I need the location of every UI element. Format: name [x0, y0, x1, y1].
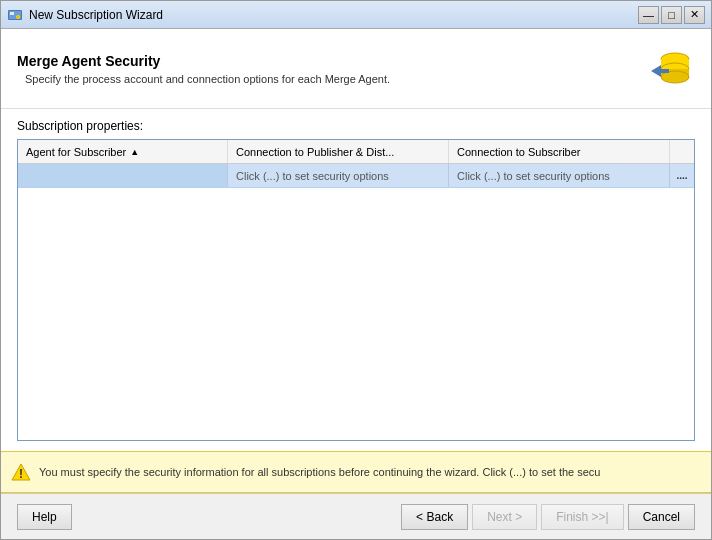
help-label: Help	[32, 510, 57, 524]
warning-bar: ! You must specify the security informat…	[1, 451, 711, 493]
next-label: Next >	[487, 510, 522, 524]
col-header-action	[670, 140, 694, 163]
back-label: < Back	[416, 510, 453, 524]
window-title: New Subscription Wizard	[29, 8, 638, 22]
maximize-button[interactable]: □	[661, 6, 682, 24]
page-title: Merge Agent Security	[17, 53, 643, 69]
window-icon	[7, 7, 23, 23]
page-subtitle: Specify the process account and connecti…	[17, 73, 643, 85]
cell-subscriber-conn[interactable]: Click (...) to set security options	[449, 164, 670, 187]
back-button[interactable]: < Back	[401, 504, 468, 530]
header-section: Merge Agent Security Specify the process…	[1, 29, 711, 109]
wizard-window: New Subscription Wizard — □ ✕ Merge Agen…	[0, 0, 712, 540]
warning-icon: !	[11, 462, 31, 482]
cancel-button[interactable]: Cancel	[628, 504, 695, 530]
col-header-agent: Agent for Subscriber ▲	[18, 140, 228, 163]
content-area: Merge Agent Security Specify the process…	[1, 29, 711, 493]
finish-button[interactable]: Finish >>|	[541, 504, 623, 530]
finish-label: Finish >>|	[556, 510, 608, 524]
col-header-publisher: Connection to Publisher & Dist...	[228, 140, 449, 163]
next-button[interactable]: Next >	[472, 504, 537, 530]
svg-text:!: !	[19, 467, 23, 481]
col-header-subscriber: Connection to Subscriber	[449, 140, 670, 163]
cell-publisher-conn[interactable]: Click (...) to set security options	[228, 164, 449, 187]
table-header: Agent for Subscriber ▲ Connection to Pub…	[18, 140, 694, 164]
cell-action-btn[interactable]: ....	[670, 164, 694, 187]
cell-agent	[18, 164, 228, 187]
bottom-bar: Help < Back Next > Finish >>| Cancel	[1, 493, 711, 539]
window-controls: — □ ✕	[638, 6, 705, 24]
section-label: Subscription properties:	[17, 119, 695, 133]
header-text: Merge Agent Security Specify the process…	[17, 53, 643, 85]
svg-rect-2	[10, 12, 14, 15]
close-button[interactable]: ✕	[684, 6, 705, 24]
table-row[interactable]: Click (...) to set security options Clic…	[18, 164, 694, 188]
header-icon	[643, 43, 695, 95]
titlebar: New Subscription Wizard — □ ✕	[1, 1, 711, 29]
help-button[interactable]: Help	[17, 504, 72, 530]
sort-icon: ▲	[130, 147, 139, 157]
minimize-button[interactable]: —	[638, 6, 659, 24]
svg-point-4	[17, 16, 19, 18]
cancel-label: Cancel	[643, 510, 680, 524]
subscription-table: Agent for Subscriber ▲ Connection to Pub…	[17, 139, 695, 441]
main-section: Subscription properties: Agent for Subsc…	[1, 109, 711, 451]
warning-message: You must specify the security informatio…	[39, 466, 600, 478]
